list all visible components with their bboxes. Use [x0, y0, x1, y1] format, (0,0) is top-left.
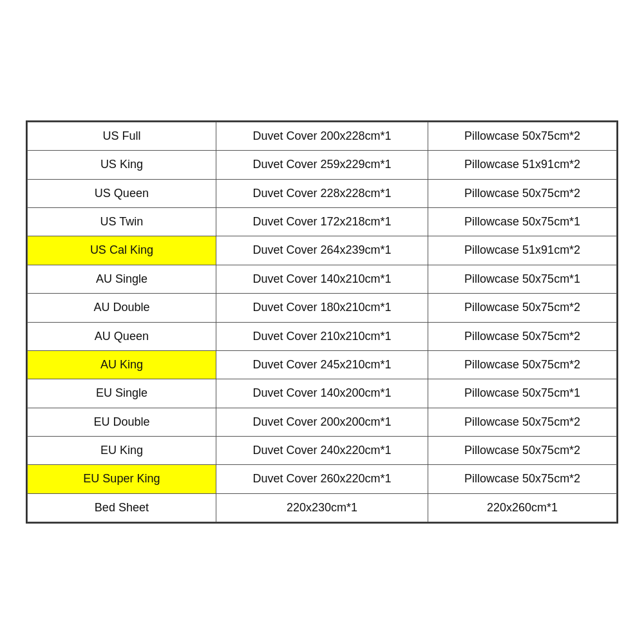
table-row-eu-king: EU KingDuvet Cover 240x220cm*1Pillowcase… — [28, 437, 617, 465]
pillow-size-us-queen: Pillowcase 50x75cm*2 — [428, 179, 617, 207]
size-name-us-full: US Full — [28, 122, 216, 150]
size-name-au-double: AU Double — [28, 294, 216, 322]
table-row-eu-double: EU DoubleDuvet Cover 200x200cm*1Pillowca… — [28, 408, 617, 436]
size-name-eu-super-king: EU Super King — [28, 465, 216, 493]
table-row-us-twin: US TwinDuvet Cover 172x218cm*1Pillowcase… — [28, 207, 617, 236]
pillow-size-us-full: Pillowcase 50x75cm*2 — [428, 122, 617, 150]
duvet-size-au-king: Duvet Cover 245x210cm*1 — [216, 350, 428, 379]
duvet-size-au-queen: Duvet Cover 210x210cm*1 — [216, 322, 428, 350]
size-name-au-single: AU Single — [28, 265, 216, 293]
pillow-size-eu-king: Pillowcase 50x75cm*2 — [428, 437, 617, 465]
duvet-size-au-single: Duvet Cover 140x210cm*1 — [216, 265, 428, 293]
duvet-size-us-twin: Duvet Cover 172x218cm*1 — [216, 207, 428, 236]
size-name-us-king: US King — [28, 151, 216, 179]
pillow-size-au-double: Pillowcase 50x75cm*2 — [428, 294, 617, 322]
pillow-size-us-cal-king: Pillowcase 51x91cm*2 — [428, 236, 617, 265]
size-name-us-twin: US Twin — [28, 207, 216, 236]
size-name-au-king: AU King — [28, 350, 216, 379]
size-name-us-queen: US Queen — [28, 179, 216, 207]
duvet-size-eu-king: Duvet Cover 240x220cm*1 — [216, 437, 428, 465]
table-row-bed-sheet: Bed Sheet220x230cm*1220x260cm*1 — [28, 493, 617, 522]
duvet-size-us-king: Duvet Cover 259x229cm*1 — [216, 151, 428, 179]
duvet-size-eu-single: Duvet Cover 140x200cm*1 — [216, 379, 428, 408]
pillow-size-us-twin: Pillowcase 50x75cm*1 — [428, 207, 617, 236]
size-name-us-cal-king: US Cal King — [28, 236, 216, 265]
table-row-au-double: AU DoubleDuvet Cover 180x210cm*1Pillowca… — [28, 294, 617, 322]
duvet-size-eu-super-king: Duvet Cover 260x220cm*1 — [216, 465, 428, 493]
size-name-au-queen: AU Queen — [28, 322, 216, 350]
size-name-eu-single: EU Single — [28, 379, 216, 408]
table-row-au-queen: AU QueenDuvet Cover 210x210cm*1Pillowcas… — [28, 322, 617, 350]
table-row-au-king: AU KingDuvet Cover 245x210cm*1Pillowcase… — [28, 350, 617, 379]
table-row-au-single: AU SingleDuvet Cover 140x210cm*1Pillowca… — [28, 265, 617, 293]
pillow-size-bed-sheet: 220x260cm*1 — [428, 493, 617, 522]
pillow-size-eu-super-king: Pillowcase 50x75cm*2 — [428, 465, 617, 493]
table-row-us-queen: US QueenDuvet Cover 228x228cm*1Pillowcas… — [28, 179, 617, 207]
duvet-size-bed-sheet: 220x230cm*1 — [216, 493, 428, 522]
size-name-eu-double: EU Double — [28, 408, 216, 436]
pillow-size-au-single: Pillowcase 50x75cm*1 — [428, 265, 617, 293]
table-row-us-full: US FullDuvet Cover 200x228cm*1Pillowcase… — [28, 122, 617, 150]
pillow-size-au-queen: Pillowcase 50x75cm*2 — [428, 322, 617, 350]
table-row-us-cal-king: US Cal KingDuvet Cover 264x239cm*1Pillow… — [28, 236, 617, 265]
pillow-size-au-king: Pillowcase 50x75cm*2 — [428, 350, 617, 379]
pillow-size-eu-double: Pillowcase 50x75cm*2 — [428, 408, 617, 436]
size-table-container: US FullDuvet Cover 200x228cm*1Pillowcase… — [26, 120, 618, 524]
size-name-eu-king: EU King — [28, 437, 216, 465]
size-name-bed-sheet: Bed Sheet — [28, 493, 216, 522]
table-row-us-king: US KingDuvet Cover 259x229cm*1Pillowcase… — [28, 151, 617, 179]
duvet-size-us-full: Duvet Cover 200x228cm*1 — [216, 122, 428, 150]
size-table: US FullDuvet Cover 200x228cm*1Pillowcase… — [27, 122, 617, 522]
duvet-size-au-double: Duvet Cover 180x210cm*1 — [216, 294, 428, 322]
table-row-eu-single: EU SingleDuvet Cover 140x200cm*1Pillowca… — [28, 379, 617, 408]
table-row-eu-super-king: EU Super KingDuvet Cover 260x220cm*1Pill… — [28, 465, 617, 493]
duvet-size-us-queen: Duvet Cover 228x228cm*1 — [216, 179, 428, 207]
duvet-size-us-cal-king: Duvet Cover 264x239cm*1 — [216, 236, 428, 265]
duvet-size-eu-double: Duvet Cover 200x200cm*1 — [216, 408, 428, 436]
pillow-size-eu-single: Pillowcase 50x75cm*1 — [428, 379, 617, 408]
pillow-size-us-king: Pillowcase 51x91cm*2 — [428, 151, 617, 179]
